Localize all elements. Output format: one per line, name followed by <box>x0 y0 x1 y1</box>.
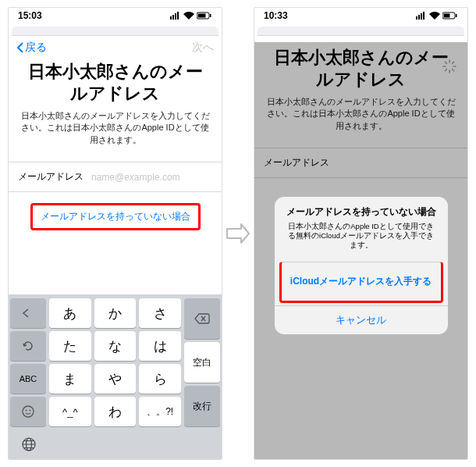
right-phone: 10:33 日本小太郎さんのメールアドレス 日本小太郎さんのメールアドレスを入力… <box>254 7 468 460</box>
svg-point-7 <box>23 406 34 417</box>
kb-key[interactable]: あ <box>49 298 91 328</box>
kb-key[interactable]: ら <box>139 364 181 394</box>
status-icons <box>170 12 212 20</box>
svg-rect-5 <box>198 14 206 18</box>
kb-key[interactable]: は <box>139 331 181 361</box>
kb-emoji[interactable] <box>10 397 46 426</box>
kb-key[interactable]: か <box>94 298 137 328</box>
status-icons <box>416 12 458 20</box>
sheet-handle <box>258 27 464 36</box>
kb-key[interactable]: た <box>49 331 91 361</box>
page-subtext: 日本小太郎さんのメールアドレスを入力してください。これは日本小太郎さんのAppl… <box>9 110 222 155</box>
kb-key[interactable]: ^_^ <box>49 397 91 426</box>
svg-rect-1 <box>172 15 174 20</box>
svg-rect-15 <box>423 12 424 20</box>
kb-key[interactable]: ま <box>49 364 91 394</box>
left-phone: 15:03 戻る 次へ 日本小太郎さんのメールアドレス 日本小太郎さんのメールア… <box>8 7 222 460</box>
page-title: 日本小太郎さんのメールアドレス <box>9 56 222 110</box>
svg-rect-12 <box>416 16 417 20</box>
svg-point-9 <box>30 410 31 412</box>
svg-line-23 <box>445 62 446 63</box>
svg-rect-14 <box>421 13 422 20</box>
svg-rect-3 <box>177 12 179 20</box>
alert-action-button[interactable]: iCloudメールアドレスを入手する <box>282 269 441 294</box>
status-bar: 15:03 <box>9 8 222 23</box>
email-row[interactable]: メールアドレス name@example.com <box>9 162 222 192</box>
globe-icon <box>21 437 37 452</box>
svg-line-26 <box>453 62 454 63</box>
kb-return[interactable]: 改行 <box>184 386 220 426</box>
alert-body: 日本小太郎さんのApple IDとして使用できる無料のiCloudメールアドレス… <box>275 220 448 258</box>
status-bar: 10:33 <box>254 8 467 23</box>
svg-rect-0 <box>170 16 172 20</box>
kb-key[interactable]: わ <box>94 397 137 426</box>
svg-rect-17 <box>444 14 450 18</box>
email-label: メールアドレス <box>18 170 83 184</box>
alert-action-highlight: iCloudメールアドレスを入手する <box>279 262 443 303</box>
status-time: 10:33 <box>264 10 288 21</box>
kb-key[interactable]: な <box>94 331 137 361</box>
kb-globe[interactable] <box>10 430 48 459</box>
nav-bar: 戻る 次へ <box>9 36 222 56</box>
back-label: 戻る <box>25 41 47 55</box>
kb-abc[interactable]: ABC <box>10 364 46 394</box>
svg-rect-2 <box>175 13 176 20</box>
sheet-handle <box>12 27 218 36</box>
email-input[interactable]: name@example.com <box>91 172 212 183</box>
kb-undo[interactable] <box>10 331 46 361</box>
kb-arrow-left[interactable] <box>10 298 46 328</box>
svg-line-24 <box>453 70 454 71</box>
kb-key[interactable]: や <box>94 364 137 394</box>
flow-arrow-icon <box>225 222 251 245</box>
kb-key[interactable]: 、。?! <box>139 397 181 426</box>
svg-point-8 <box>26 410 27 412</box>
noemail-alert: メールアドレスを持っていない場合 日本小太郎さんのApple IDとして使用でき… <box>275 197 448 334</box>
back-button[interactable]: 戻る <box>16 41 47 55</box>
alert-title: メールアドレスを持っていない場合 <box>275 197 448 220</box>
kb-backspace[interactable] <box>184 298 220 339</box>
status-time: 15:03 <box>18 10 42 21</box>
next-button: 次へ <box>192 41 214 55</box>
alert-cancel-button[interactable]: キャンセル <box>275 305 448 334</box>
svg-rect-13 <box>418 15 420 20</box>
noemail-link[interactable]: メールアドレスを持っていない場合 <box>30 203 201 230</box>
chevron-left-icon <box>16 42 24 53</box>
svg-rect-6 <box>210 14 211 17</box>
svg-rect-18 <box>456 14 457 17</box>
kb-space[interactable]: 空白 <box>184 342 220 383</box>
loading-spinner-icon <box>442 59 456 73</box>
kb-key[interactable]: さ <box>139 298 181 328</box>
noemail-link-row: メールアドレスを持っていない場合 <box>9 192 222 241</box>
nav-bar <box>254 36 467 42</box>
jp-keyboard: ABC あ か さ た な は ま や ら <box>9 294 222 459</box>
svg-line-25 <box>445 70 446 71</box>
